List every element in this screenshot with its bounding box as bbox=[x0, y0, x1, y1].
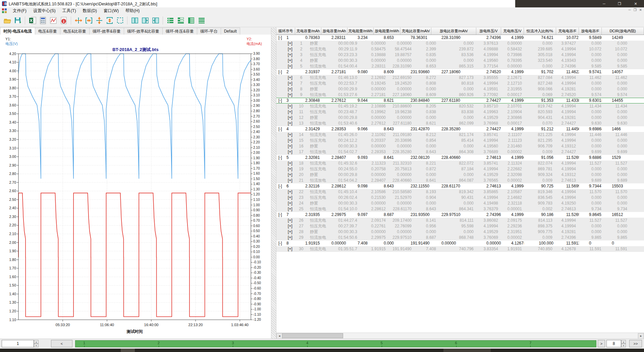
expand-toggle[interactable]: [+] bbox=[288, 149, 295, 155]
restore-button[interactable]: ❐ bbox=[614, 0, 625, 7]
cycle-summary-row[interactable]: [-]10.783632.283113.2348.65378.36301228.… bbox=[276, 35, 644, 41]
collapse-toggle[interactable]: [-] bbox=[276, 126, 285, 132]
calculator-icon[interactable] bbox=[38, 16, 47, 25]
layout-expand-right-icon[interactable] bbox=[151, 16, 160, 25]
step-row[interactable]: [+]14恒流充电01:45:26.02.11092211.091808.212… bbox=[276, 132, 644, 138]
cycle-summary-row[interactable]: [-]32.308482.276129.0448.621230.84840227… bbox=[276, 98, 644, 103]
collapse-toggle[interactable]: [-] bbox=[276, 35, 285, 41]
column-header[interactable]: 循环序号 bbox=[276, 28, 295, 35]
last-page-stepper[interactable]: ▲▼ bbox=[621, 340, 626, 347]
scroll-left-icon[interactable]: ◄ bbox=[276, 333, 282, 339]
expand-toggle[interactable]: [+] bbox=[288, 246, 295, 252]
column-header[interactable]: 放电终压/V bbox=[476, 28, 501, 35]
scale-y-fit-icon[interactable] bbox=[105, 16, 114, 25]
table-horizontal-scrollbar[interactable]: ◄ ► bbox=[276, 333, 644, 339]
step-row[interactable]: [+]1静置00:00:09.90.000000.000000.0000.000… bbox=[276, 41, 644, 46]
step-row[interactable]: [+]15恒压充电00:24:12.20.2033720.336960.8548… bbox=[276, 138, 644, 143]
step-row[interactable]: [+]20静置00:00:29.80.000000.000000.0000.00… bbox=[276, 172, 644, 178]
menu-item-3[interactable]: 工具(T) bbox=[59, 7, 79, 14]
step-row[interactable]: [+]26恒流充电01:44:27.42.09174209.174008.141… bbox=[276, 218, 644, 223]
expand-toggle[interactable]: [+] bbox=[288, 172, 295, 178]
step-row[interactable]: [+]27恒压充电00:27:39.70.2276122.760990.9569… bbox=[276, 223, 644, 229]
expand-toggle[interactable]: [+] bbox=[288, 132, 295, 138]
expand-toggle[interactable]: [+] bbox=[288, 109, 295, 115]
expand-toggle[interactable]: [+] bbox=[288, 229, 295, 235]
column-header[interactable]: 恒流冲入比例/% bbox=[524, 28, 556, 35]
expand-toggle[interactable]: [+] bbox=[288, 143, 295, 149]
step-row[interactable]: [+]4静置00:00:30.30.000000.000000.0000.000… bbox=[276, 58, 644, 63]
step-row[interactable]: [+]30恒流充电01:35:51.71.91915191.914907.408… bbox=[276, 246, 644, 252]
tab-3[interactable]: 电压&比容量 bbox=[60, 28, 90, 35]
menu-item-6[interactable]: 帮助(H) bbox=[122, 7, 143, 14]
expand-toggle[interactable]: [+] bbox=[288, 103, 295, 109]
expand-toggle[interactable]: [+] bbox=[288, 92, 295, 98]
step-row[interactable]: [+]10恒流充电01:45:19.22.10886210.886008.205… bbox=[276, 103, 644, 109]
menu-item-2[interactable]: 设置中心(S) bbox=[30, 7, 59, 14]
step-row[interactable]: [+]17恒流放电01:54:02.72.28353228.352808.643… bbox=[276, 149, 644, 155]
close-button[interactable]: ✕ bbox=[630, 0, 641, 7]
tab-1[interactable]: 时间-电压&电流 bbox=[0, 27, 35, 35]
step-row[interactable]: [+]22恒流充电01:45:10.42.10586210.585808.193… bbox=[276, 189, 644, 195]
cycle-summary-row[interactable]: [-]22.319372.271819.0808.609231.93660227… bbox=[276, 69, 644, 75]
column-header[interactable]: DCIR(放电内阻) bbox=[602, 28, 644, 35]
collapse-toggle[interactable]: [-] bbox=[276, 240, 285, 246]
expand-toggle[interactable]: [+] bbox=[288, 81, 295, 86]
layout-expand-left-icon[interactable] bbox=[141, 16, 150, 25]
layout-split-icon[interactable] bbox=[130, 16, 139, 25]
expand-toggle[interactable]: [+] bbox=[288, 223, 295, 229]
column-header[interactable]: 放电容量/mAh bbox=[321, 28, 347, 35]
step-row[interactable]: [+]28静置00:00:30.30.000000.000000.0000.00… bbox=[276, 229, 644, 235]
mdi-control-icon[interactable]: ─ bbox=[629, 8, 631, 12]
cycle-summary-row[interactable]: [-]81.919150.000007.4080.000191.914900.0… bbox=[276, 240, 644, 246]
step-row[interactable]: [+]25恒流放电01:54:10.02.28612228.611708.643… bbox=[276, 206, 644, 212]
step-row[interactable]: [+]19恒压充电00:24:55.00.2075820.758130.8728… bbox=[276, 166, 644, 172]
step-row[interactable]: [+]24静置00:00:30.30.000000.000000.0000.00… bbox=[276, 201, 644, 206]
curve-view-icon[interactable] bbox=[49, 16, 58, 25]
current-page-input[interactable]: 1 bbox=[2, 340, 34, 347]
step-row[interactable]: [+]21恒流放电01:54:04.22.28407228.406608.641… bbox=[276, 178, 644, 183]
step-row[interactable]: [+]2恒流充电00:29:11.90.5847558.475442.39923… bbox=[276, 46, 644, 52]
step-row[interactable]: [+]7恒压充电00:22:53.70.1924519.245200.80880… bbox=[276, 81, 644, 86]
expand-toggle[interactable]: [+] bbox=[288, 161, 295, 166]
step-row[interactable]: [+]8静置00:00:29.90.000000.000000.0000.000… bbox=[276, 86, 644, 92]
expand-toggle[interactable]: [+] bbox=[288, 195, 295, 201]
panel-splitter[interactable] bbox=[271, 28, 276, 340]
mdi-window-controls[interactable]: ─❐✕ bbox=[629, 8, 642, 12]
column-header[interactable]: 放电比容量/mAh/ bbox=[431, 28, 476, 35]
data-list-icon[interactable] bbox=[197, 16, 206, 25]
column-header[interactable]: 充电比容量/mAh/ bbox=[400, 28, 431, 35]
expand-toggle[interactable]: [+] bbox=[288, 52, 295, 58]
step-row[interactable]: [+]5恒流放电01:54:00.42.28311228.310908.6538… bbox=[276, 63, 644, 69]
mdi-control-icon[interactable]: ✕ bbox=[639, 8, 642, 12]
collapse-toggle[interactable]: [-] bbox=[276, 98, 285, 103]
menu-item-4[interactable]: 数据(D) bbox=[79, 7, 100, 14]
expand-toggle[interactable]: [+] bbox=[288, 218, 295, 223]
expand-toggle[interactable]: [+] bbox=[288, 166, 295, 172]
open-file-icon[interactable] bbox=[3, 16, 12, 25]
last-page-input[interactable]: 8 bbox=[606, 340, 621, 347]
menu-item-1[interactable]: 文件(F) bbox=[9, 7, 30, 14]
tab-7[interactable]: 循环-平台 bbox=[197, 28, 221, 35]
collapse-toggle[interactable]: [-] bbox=[276, 212, 285, 218]
expand-toggle[interactable]: [+] bbox=[288, 206, 295, 212]
expand-toggle[interactable]: [+] bbox=[288, 41, 295, 46]
expand-toggle[interactable]: [+] bbox=[288, 178, 295, 183]
mdi-control-icon[interactable]: ❐ bbox=[634, 8, 637, 12]
minimize-button[interactable]: ─ bbox=[598, 0, 610, 7]
cycle-summary-row[interactable]: [-]42.314292.283539.0668.643231.42870228… bbox=[276, 126, 644, 132]
scale-x-icon[interactable] bbox=[74, 16, 83, 25]
collapse-toggle[interactable]: [-] bbox=[276, 69, 285, 75]
step-row[interactable]: [+]13恒流放电01:53:40.62.27612227.611808.621… bbox=[276, 121, 644, 126]
scrollbar-thumb[interactable] bbox=[282, 333, 343, 338]
expand-toggle[interactable]: [+] bbox=[288, 58, 295, 63]
expand-toggle[interactable]: [+] bbox=[288, 46, 295, 52]
expand-toggle[interactable]: [+] bbox=[288, 201, 295, 206]
tab-6[interactable]: 循环-终压&容量 bbox=[162, 28, 197, 35]
expand-toggle[interactable]: [+] bbox=[288, 63, 295, 69]
page-range-bar[interactable]: 1234567 bbox=[75, 340, 596, 347]
expand-toggle[interactable]: [+] bbox=[288, 115, 295, 121]
step-row[interactable]: [+]9恒流放电01:53:27.62.27181227.180608.6098… bbox=[276, 92, 644, 98]
step-row[interactable]: [+]18恒流充电01:45:32.62.11323211.323108.221… bbox=[276, 161, 644, 166]
report-info-icon[interactable] bbox=[59, 16, 68, 25]
cycle-summary-row[interactable]: [-]62.321162.286129.0988.643232.11550228… bbox=[276, 183, 644, 189]
